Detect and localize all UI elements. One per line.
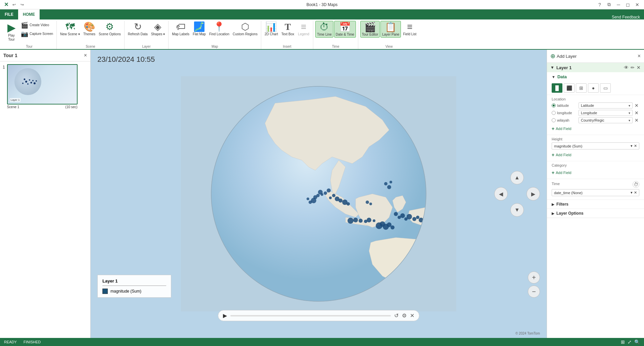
- svg-point-3: [32, 80, 34, 81]
- tour-editor-btn[interactable]: 🎬 Tour Editor: [360, 21, 380, 38]
- layer-close-btn[interactable]: ✕: [637, 65, 641, 70]
- view-group-label: View: [360, 45, 418, 49]
- zoom-out-btn[interactable]: −: [528, 286, 540, 298]
- latitude-radio[interactable]: [552, 103, 556, 107]
- latitude-remove-btn[interactable]: ✕: [634, 103, 639, 108]
- timeline-refresh-btn[interactable]: ↺: [394, 312, 399, 319]
- timeline-settings-btn[interactable]: ⚙: [402, 312, 407, 319]
- layer-visibility-btn[interactable]: 👁: [624, 65, 629, 70]
- excel-icon[interactable]: ✕: [3, 1, 9, 8]
- timeline-close-btn[interactable]: ✕: [410, 312, 414, 319]
- send-feedback-btn[interactable]: Send Feedback: [612, 15, 640, 19]
- undo-btn[interactable]: ↩: [11, 1, 17, 8]
- scene-thumbnail[interactable]: Layer 1: [7, 64, 78, 104]
- svg-point-4: [27, 83, 29, 85]
- zoom-in-btn[interactable]: +: [528, 271, 540, 284]
- longitude-radio[interactable]: [552, 111, 556, 115]
- add-layer-icon: ⊕: [550, 52, 555, 60]
- camera-icon: 📷: [21, 31, 28, 37]
- time-group-label: Time: [315, 45, 356, 49]
- redo-btn[interactable]: ↪: [19, 1, 26, 8]
- timeline-play-btn[interactable]: ▶: [223, 312, 227, 319]
- legend-btn[interactable]: ≡ Legend: [296, 21, 311, 37]
- filters-header[interactable]: ▶ Filters: [552, 202, 639, 207]
- nav-left-btn[interactable]: ◀: [494, 187, 508, 201]
- text-box-btn[interactable]: T Text Box: [280, 21, 295, 37]
- wilayah-radio[interactable]: [552, 118, 556, 122]
- tour-panel-close-btn[interactable]: ×: [84, 52, 87, 58]
- new-scene-icon: 🗺: [65, 22, 75, 32]
- height-label: Height: [552, 137, 639, 141]
- close-window-btn[interactable]: ✕: [633, 1, 641, 9]
- file-tab[interactable]: FILE: [0, 9, 18, 19]
- 2d-chart-btn[interactable]: 📊 2D Chart: [263, 21, 279, 37]
- nav-down-btn[interactable]: ▼: [510, 203, 524, 217]
- time-line-btn[interactable]: ⏱ Time Line: [315, 21, 333, 38]
- viz-heat-btn[interactable]: ⊞: [576, 83, 587, 93]
- layer-expand-btn[interactable]: ▼: [550, 65, 554, 70]
- custom-regions-btn[interactable]: ⬡ Custom Regions: [231, 21, 259, 37]
- wilayah-remove-btn[interactable]: ✕: [634, 118, 639, 123]
- scene-options-btn[interactable]: ⚙ Scene Options: [97, 21, 122, 37]
- status-layout-btn[interactable]: ⊞: [621, 339, 625, 345]
- height-dropdown[interactable]: magnitude (Sum) ▾ ✕: [552, 142, 639, 149]
- latitude-dropdown[interactable]: Latitude ▾: [579, 102, 633, 109]
- height-section: Height magnitude (Sum) ▾ ✕ + Add Field: [547, 135, 644, 161]
- layer-edit-btn[interactable]: ✏: [631, 65, 635, 70]
- refresh-data-btn[interactable]: ↻ Refresh Data: [127, 21, 149, 37]
- viz-region-btn[interactable]: ▭: [600, 83, 611, 93]
- time-clock-btn[interactable]: ⏱: [633, 181, 639, 188]
- location-label: Location: [552, 97, 639, 101]
- data-section-header[interactable]: ▼ Data: [547, 72, 644, 81]
- wilayah-dropdown[interactable]: Country/Regic ▾: [579, 117, 633, 123]
- viz-column-btn[interactable]: ⬛: [564, 83, 574, 93]
- add-layer-label: Add Layer: [557, 54, 577, 59]
- time-dropdown[interactable]: date_time (None) ▾ ✕: [552, 189, 639, 196]
- restore-btn[interactable]: ⧉: [605, 1, 613, 9]
- filters-section: ▶ Filters: [547, 200, 644, 209]
- home-tab[interactable]: HOME: [18, 9, 40, 19]
- viz-bubble-btn[interactable]: ●: [588, 83, 599, 93]
- right-panel-close-btn[interactable]: ×: [638, 53, 641, 59]
- themes-btn[interactable]: 🎨 Themes: [82, 21, 97, 37]
- timeline-track[interactable]: [230, 315, 391, 316]
- shapes-btn[interactable]: ◈ Shapes ▾: [150, 21, 167, 37]
- scene-group-label: Scene: [59, 45, 122, 49]
- status-fit-btn[interactable]: ⤢: [628, 339, 632, 345]
- nav-up-btn[interactable]: ▲: [510, 171, 524, 184]
- date-time-btn[interactable]: 📅 Date & Time: [334, 21, 356, 38]
- layer-pane-btn[interactable]: 📋 Layer Pane: [380, 21, 401, 38]
- layer-options-header[interactable]: ▶ Layer Options: [552, 211, 639, 216]
- field-list-btn[interactable]: ≡ Field List: [402, 21, 418, 37]
- help-btn[interactable]: ?: [596, 1, 604, 9]
- minimize-btn[interactable]: ─: [614, 1, 623, 9]
- layer-pane-icon: 📋: [385, 23, 397, 32]
- new-scene-btn[interactable]: 🗺 New Scene ▾: [59, 21, 81, 37]
- flat-map-btn[interactable]: 🗾 Flat Map: [191, 21, 207, 37]
- timeline: ▶ ↺ ⚙ ✕: [218, 310, 419, 321]
- map-area[interactable]: 23/10/2024 10:55: [91, 50, 547, 338]
- play-tour-btn[interactable]: ▶ PlayTour: [4, 21, 19, 42]
- ribbon-group-scene: 🗺 New Scene ▾ 🎨 Themes ⚙ Scene Options S…: [57, 21, 125, 49]
- find-location-btn[interactable]: 📍 Find Location: [208, 21, 231, 37]
- location-add-field-btn[interactable]: + Add Field: [552, 125, 639, 133]
- status-zoom-btn[interactable]: 🔍: [634, 339, 640, 345]
- create-video-btn[interactable]: 🎬 Create Video: [19, 21, 54, 29]
- svg-point-30: [407, 214, 412, 219]
- maximize-btn[interactable]: ◻: [624, 1, 632, 9]
- viz-bar-btn[interactable]: ▐▌: [552, 83, 562, 93]
- capture-screen-btn[interactable]: 📷 Capture Screen: [19, 30, 54, 38]
- longitude-dropdown[interactable]: Longitude ▾: [579, 110, 633, 116]
- map-labels-btn[interactable]: 🏷 Map Labels: [171, 21, 191, 37]
- height-add-field-btn[interactable]: + Add Field: [552, 151, 639, 159]
- list-item: 1: [3, 64, 88, 110]
- height-remove-btn[interactable]: ✕: [634, 144, 637, 148]
- nav-right-btn[interactable]: ▶: [526, 187, 540, 201]
- longitude-remove-btn[interactable]: ✕: [634, 110, 639, 116]
- viz-icons: ▐▌ ⬛ ⊞ ● ▭: [547, 81, 644, 95]
- category-add-field-btn[interactable]: + Add Field: [552, 169, 639, 177]
- add-layer-btn[interactable]: ⊕ Add Layer: [550, 52, 577, 60]
- svg-point-54: [309, 201, 312, 204]
- svg-point-55: [307, 198, 309, 200]
- time-remove-btn[interactable]: ✕: [634, 190, 637, 195]
